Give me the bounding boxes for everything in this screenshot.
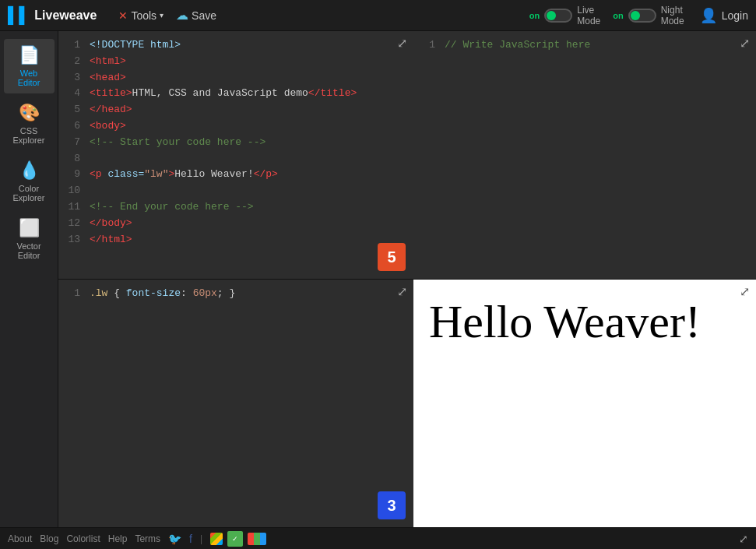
css-editor-pane: ⤢ 1 .lw { font-size: 60px; } 3 (58, 280, 413, 527)
night-mode-toggle[interactable] (628, 9, 656, 23)
save-button[interactable]: ☁ Save (170, 5, 223, 26)
sidebar-item-web-editor-label: WebEditor (18, 69, 40, 87)
html-expand-button[interactable]: ⤢ (397, 36, 407, 51)
night-mode-knob (631, 11, 640, 20)
facebook-icon[interactable]: f (189, 533, 192, 545)
footer-help-link[interactable]: Help (108, 533, 128, 544)
code-line: 6 <body> (58, 118, 413, 135)
footer-icon-bars[interactable] (271, 533, 290, 545)
live-mode-label: LiveMode (577, 5, 600, 26)
css-explorer-icon: 🎨 (19, 103, 40, 123)
tools-button[interactable]: ✕ Tools ▾ (112, 6, 170, 25)
preview-expand-button[interactable]: ⤢ (740, 284, 750, 299)
footer-icon-multi[interactable] (248, 533, 266, 545)
footer-color-icons: ✓ (210, 531, 290, 547)
footer-colorlist-link[interactable]: Colorlist (66, 533, 100, 544)
sidebar-item-color-explorer[interactable]: 💧 ColorExplorer (4, 154, 55, 209)
footer-icon-check[interactable]: ✓ (227, 531, 243, 547)
vector-editor-icon: ⬜ (19, 218, 40, 238)
night-mode-on-text: on (613, 11, 623, 20)
code-line: 12 </body> (58, 216, 413, 232)
sidebar-item-css-explorer[interactable]: 🎨 CSSExplorer (4, 97, 55, 151)
footer-terms-link[interactable]: Terms (135, 533, 160, 544)
login-button[interactable]: 👤 Login (700, 7, 748, 24)
live-mode-toggle-group: on LiveMode (529, 5, 600, 26)
preview-content: Hello Weaver! (413, 280, 756, 527)
code-line: 3 <head> (58, 70, 413, 86)
topnav: ▌▌ Liveweave ✕ Tools ▾ ☁ Save on LiveMod… (0, 0, 756, 31)
footer-about-link[interactable]: About (8, 533, 32, 544)
js-expand-button[interactable]: ⤢ (740, 36, 750, 51)
code-line: 5 </head> (58, 102, 413, 118)
css3-badge: 3 (378, 491, 406, 519)
night-mode-label: NightMode (661, 5, 684, 26)
brand-name: Liveweave (34, 9, 97, 23)
code-line: 8 (58, 151, 413, 167)
footer-divider: | (200, 533, 202, 544)
footer: About Blog Colorlist Help Terms 🐦 f | ✓ … (0, 527, 756, 549)
preview-hello-text: Hello Weaver! (429, 295, 701, 349)
tools-label: Tools (131, 9, 156, 22)
tools-icon: ✕ (118, 9, 128, 22)
web-editor-icon: 📄 (19, 45, 40, 65)
footer-icon-windows[interactable] (210, 533, 223, 545)
footer-expand-button[interactable]: ⤢ (739, 533, 748, 545)
live-mode-knob (547, 11, 556, 20)
html-editor-pane: ⤢ 1 <!DOCTYPE html> 2 <html> 3 <head> 4 … (58, 31, 413, 280)
code-line: 4 <title>HTML, CSS and JavaScript demo</… (58, 86, 413, 102)
code-line: 10 (58, 183, 413, 199)
live-mode-on-text: on (529, 11, 540, 20)
right-column: ⤢ 1 // Write JavaScript here ⤢ Hello Wea… (413, 31, 756, 527)
sidebar-item-vector-editor[interactable]: ⬜ VectorEditor (4, 212, 55, 266)
tools-arrow-icon: ▾ (160, 11, 164, 19)
html5-badge: 5 (378, 243, 406, 271)
css-code-block[interactable]: 1 .lw { font-size: 60px; } (58, 280, 413, 527)
sidebar-item-css-explorer-label: CSSExplorer (13, 126, 45, 145)
code-line: 1 // Write JavaScript here (413, 37, 756, 54)
code-line: 7 <!-- Start your code here --> (58, 135, 413, 151)
sidebar: 📄 WebEditor 🎨 CSSExplorer 💧 ColorExplore… (0, 31, 58, 527)
save-cloud-icon: ☁ (176, 8, 188, 23)
preview-panel: ⤢ Hello Weaver! (413, 280, 756, 527)
left-column: ⤢ 1 <!DOCTYPE html> 2 <html> 3 <head> 4 … (58, 31, 413, 527)
code-line: 13 </html> (58, 232, 413, 248)
css3-badge-icon: 3 (378, 491, 406, 519)
code-line: 1 <!DOCTYPE html> (58, 37, 413, 54)
sidebar-item-vector-editor-label: VectorEditor (16, 241, 40, 260)
html5-badge-icon: 5 (378, 243, 406, 271)
code-line: 11 <!-- End your code here --> (58, 199, 413, 216)
js-editor-pane: ⤢ 1 // Write JavaScript here (413, 31, 756, 280)
save-label: Save (192, 9, 216, 22)
brand: ▌▌ Liveweave (8, 6, 97, 24)
twitter-icon[interactable]: 🐦 (168, 533, 181, 545)
code-line: 2 <html> (58, 54, 413, 70)
code-line: 1 .lw { font-size: 60px; } (58, 286, 413, 302)
footer-blog-link[interactable]: Blog (40, 533, 58, 544)
sidebar-item-color-explorer-label: ColorExplorer (13, 184, 45, 202)
night-mode-toggle-group: on NightMode (613, 5, 684, 26)
code-line: 9 <p class="lw">Hello Weaver!</p> (58, 167, 413, 183)
js-code-block[interactable]: 1 // Write JavaScript here (413, 31, 756, 279)
css-expand-button[interactable]: ⤢ (397, 284, 407, 299)
login-label: Login (722, 9, 748, 22)
live-mode-toggle[interactable] (544, 9, 572, 23)
brand-icon: ▌▌ (8, 6, 30, 24)
user-icon: 👤 (700, 7, 717, 24)
html-code-block[interactable]: 1 <!DOCTYPE html> 2 <html> 3 <head> 4 <t… (58, 31, 413, 279)
sidebar-item-web-editor[interactable]: 📄 WebEditor (4, 39, 55, 93)
main-area: 📄 WebEditor 🎨 CSSExplorer 💧 ColorExplore… (0, 31, 756, 527)
color-explorer-icon: 💧 (19, 160, 40, 181)
